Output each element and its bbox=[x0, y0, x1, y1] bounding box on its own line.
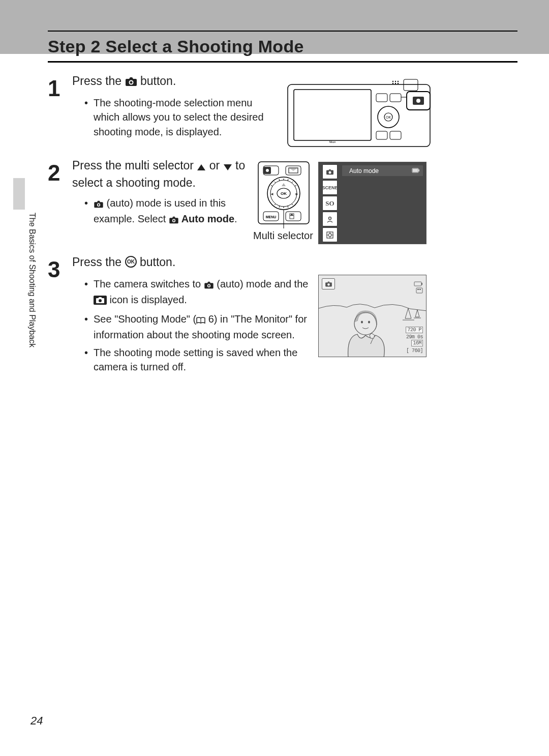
svg-line-42 bbox=[295, 185, 296, 186]
monitor-image-size: 16M bbox=[411, 340, 423, 346]
svg-point-13 bbox=[395, 81, 396, 82]
svg-point-82 bbox=[361, 321, 363, 324]
svg-text:◄: ◄ bbox=[270, 192, 274, 196]
camera-icon bbox=[204, 278, 214, 293]
book-page-icon bbox=[196, 313, 205, 328]
svg-point-74 bbox=[208, 285, 209, 286]
mode-subject-tracking-icon bbox=[322, 227, 338, 242]
svg-text:MENU: MENU bbox=[266, 215, 277, 219]
step1-bullet1: The shooting-mode selection menu which a… bbox=[84, 96, 277, 139]
figure-camera-back: OK Nikon bbox=[287, 76, 432, 148]
battery-icon bbox=[412, 167, 420, 175]
ok-button-icon: OK bbox=[125, 256, 137, 272]
step2-heading: Press the multi selector or to select a … bbox=[72, 158, 251, 191]
svg-point-15 bbox=[392, 83, 393, 84]
svg-point-28 bbox=[173, 220, 174, 222]
svg-rect-5 bbox=[376, 94, 387, 102]
svg-point-83 bbox=[368, 321, 370, 324]
svg-rect-89 bbox=[417, 289, 419, 290]
triangle-down-icon bbox=[223, 159, 232, 175]
step3-head-post: button. bbox=[137, 255, 176, 269]
svg-line-43 bbox=[271, 185, 272, 186]
svg-point-16 bbox=[395, 83, 396, 84]
svg-rect-19 bbox=[404, 79, 418, 91]
svg-text:Nikon: Nikon bbox=[329, 140, 336, 143]
svg-point-62 bbox=[328, 234, 331, 237]
mode-label-auto: Auto mode bbox=[342, 165, 423, 176]
svg-text:OK: OK bbox=[127, 259, 135, 265]
step2-head-a: Press the multi selector bbox=[72, 159, 197, 172]
svg-rect-88 bbox=[416, 288, 422, 293]
step2-bullet1: (auto) mode is used in this example. Sel… bbox=[84, 196, 251, 228]
memory-icon bbox=[416, 286, 423, 296]
svg-point-85 bbox=[327, 283, 330, 286]
step3-bullet3: The shooting mode setting is saved when … bbox=[84, 345, 312, 374]
step3-bullet2: See "Shooting Mode" ( 6) in "The Monitor… bbox=[84, 312, 312, 342]
svg-rect-55 bbox=[286, 212, 301, 221]
svg-point-14 bbox=[398, 81, 399, 82]
svg-point-59 bbox=[328, 171, 331, 173]
svg-point-12 bbox=[392, 81, 393, 82]
mode-so-icon: SO bbox=[322, 196, 338, 211]
svg-rect-6 bbox=[390, 94, 401, 102]
monitor-record-time: 29m 0s bbox=[406, 334, 423, 340]
header-rule-top bbox=[48, 31, 517, 32]
svg-rect-10 bbox=[376, 131, 387, 139]
step-number-1: 1 bbox=[48, 77, 60, 100]
camera-icon bbox=[169, 213, 179, 227]
mode-scene-icon: SCENE bbox=[322, 180, 338, 195]
svg-text:OK: OK bbox=[281, 191, 287, 196]
figure-mode-menu: SCENE SO Auto mode bbox=[318, 162, 426, 244]
side-thumb-tab bbox=[13, 178, 25, 210]
svg-line-39 bbox=[279, 179, 280, 181]
triangle-up-icon bbox=[197, 159, 206, 175]
svg-point-17 bbox=[398, 83, 399, 84]
svg-point-2 bbox=[130, 81, 132, 84]
page-title: Step 2 Select a Shooting Mode bbox=[48, 37, 304, 56]
svg-line-41 bbox=[274, 182, 276, 183]
svg-point-32 bbox=[266, 169, 269, 172]
step3-bullet1: The camera switches to (auto) mode and t… bbox=[84, 277, 312, 309]
svg-point-22 bbox=[416, 99, 420, 103]
svg-line-48 bbox=[274, 204, 276, 205]
svg-text:►: ► bbox=[295, 192, 299, 196]
step3-heading: Press the OK button. bbox=[72, 254, 312, 272]
svg-rect-11 bbox=[390, 131, 401, 139]
svg-text:OK: OK bbox=[386, 115, 391, 119]
step-number-3: 3 bbox=[48, 258, 60, 281]
svg-rect-86 bbox=[414, 282, 421, 286]
camera-status-icon bbox=[94, 294, 107, 308]
camera-icon bbox=[125, 75, 137, 91]
svg-line-38 bbox=[288, 179, 288, 181]
step1-head-pre: Press the bbox=[72, 74, 125, 88]
svg-line-46 bbox=[279, 206, 280, 208]
monitor-video-mode: 720 P bbox=[406, 327, 423, 333]
svg-point-60 bbox=[329, 217, 331, 219]
section-side-label: The Basics of Shooting and Playback bbox=[26, 213, 37, 347]
monitor-auto-icon bbox=[322, 278, 335, 289]
svg-line-47 bbox=[292, 204, 293, 205]
svg-point-25 bbox=[98, 204, 99, 206]
mode-smart-portrait-icon bbox=[322, 212, 338, 226]
step1-heading: Press the button. bbox=[72, 73, 277, 91]
camera-icon bbox=[94, 197, 104, 212]
step1-head-post: button. bbox=[137, 74, 176, 88]
svg-line-45 bbox=[288, 206, 288, 208]
mode-auto-icon bbox=[322, 164, 338, 179]
svg-point-77 bbox=[99, 299, 102, 302]
svg-rect-4 bbox=[294, 90, 371, 140]
figure-result-monitor: 720 P 29m 0s 16M [ 760] bbox=[318, 275, 426, 357]
page-number: 24 bbox=[30, 714, 43, 728]
svg-line-40 bbox=[292, 182, 293, 183]
multi-selector-label: Multi selector bbox=[253, 230, 313, 242]
svg-rect-87 bbox=[421, 283, 422, 285]
step3-head-pre: Press the bbox=[72, 255, 125, 269]
figure-multi-selector: OK ◄ ► MENU bbox=[257, 161, 311, 229]
step2-head-b: or bbox=[206, 159, 223, 172]
header-rule-bottom bbox=[48, 61, 517, 63]
svg-rect-69 bbox=[413, 169, 418, 172]
monitor-shot-count: [ 760] bbox=[406, 348, 423, 354]
svg-rect-90 bbox=[419, 289, 421, 290]
svg-rect-68 bbox=[418, 169, 419, 171]
step-number-2: 2 bbox=[48, 162, 60, 184]
